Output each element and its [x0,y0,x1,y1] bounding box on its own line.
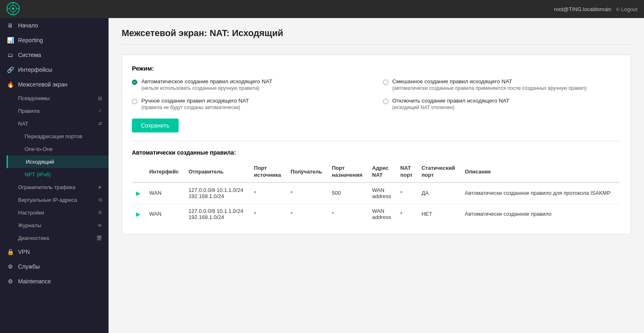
nat-badge: ⇄ [98,121,102,126]
mode-disable-title: Отключить создание правил исходящего NAT [392,98,510,104]
sidebar-item-firewall-label: Межсетевой экран [18,81,68,88]
divider [132,141,621,141]
sidebar-subitem-rules[interactable]: Правила ✓ [0,105,109,117]
dst-port-cell: * [328,203,368,224]
mode-option-hybrid: Смешанное создание правил исходящего NAT… [383,78,621,91]
src-port-cell: * [250,182,287,204]
action-cell[interactable]: ▶ [132,203,145,224]
sidebar-subitem-traffic-shaper[interactable]: Ограничитель трафика ▼ [0,181,109,194]
nat-port-cell: * [396,182,417,204]
sidebar-item-firewall[interactable]: 🔥 Межсетевой экран [0,77,109,92]
reporting-icon: 📊 [7,37,14,43]
firewall-icon: 🔥 [7,81,14,88]
sidebar-subitem-virtual-ips[interactable]: Виртуальные IP-адреса ⧉ [0,194,109,206]
sidebar-item-reporting[interactable]: 📊 Reporting [0,33,109,48]
rules-table: Интерфейс Отправитель Портисточника Полу… [132,162,621,224]
mode-hybrid-subtitle: (автоматически созданные правила применя… [392,85,587,91]
mode-hybrid-text: Смешанное создание правил исходящего NAT… [392,78,587,91]
mode-option-auto: Автоматическое создание правил исходящег… [132,78,370,91]
sidebar-subitem-diagnostics[interactable]: Диагностика 🎬 [0,232,109,244]
mode-manual-title: Ручное создание правил исходящего NAT [141,98,249,104]
outbound-label: Исходящий [26,159,54,165]
mode-label: Режим: [132,65,621,72]
auto-rules-label: Автоматически созданные правила: [132,149,621,156]
th-action [132,162,145,182]
aliases-badge: ▤ [98,96,102,101]
logout-label: Logout [621,6,637,12]
sidebar-subitem-outbound[interactable]: Исходящий [7,155,109,168]
sidebar-subitem-logs[interactable]: Журналы 👁 [0,219,109,232]
th-sender: Отправитель [184,162,250,182]
interfaces-icon: 🔗 [7,66,14,73]
mode-option-manual: Ручное создание правил исходящего NAT (п… [132,98,370,110]
topbar-right: root@TING.localdomain ⎋ Logout [554,6,637,12]
topbar-logo [7,2,20,16]
sidebar-item-system-label: Система [18,52,41,58]
diagnostics-label: Диагностика [18,235,49,241]
svg-point-2 [12,7,14,10]
sidebar-subitem-settings[interactable]: Настройки ⚙ [0,206,109,219]
sidebar-subitem-npt[interactable]: NPT (IPv6) [7,168,109,181]
mode-auto-subtitle: (нельзя использовать созданные вручную п… [141,85,272,91]
sidebar-item-interfaces[interactable]: 🔗 Интерфейсы [0,62,109,77]
recipient-cell: * [286,182,328,204]
sidebar-subitem-port-forward[interactable]: Переадресация портов [7,130,109,143]
play-icon[interactable]: ▶ [136,211,141,217]
mode-disable-radio[interactable] [383,99,388,104]
sidebar-item-vpn[interactable]: 🔒 VPN [0,244,109,259]
system-icon: 🗂 [7,52,14,58]
table-body: ▶WAN127.0.0.0/8 10.1.1.0/24192.168.1.0/2… [132,182,621,224]
sidebar-item-maintenance[interactable]: ⚙ Maintenance [0,274,109,289]
nat-address-cell: WANaddress [368,203,396,224]
mode-auto-title: Автоматическое создание правил исходящег… [141,78,272,84]
sidebar-item-vpn-label: VPN [18,249,30,255]
table-row: ▶WAN127.0.0.0/8 10.1.1.0/24192.168.1.0/2… [132,182,621,204]
home-icon: 🖥 [7,22,14,29]
sidebar-subitem-nat[interactable]: NAT ⇄ [0,117,109,130]
play-icon[interactable]: ▶ [136,190,141,196]
nat-port-cell: * [396,203,417,224]
interface-cell: WAN [145,182,184,204]
action-cell[interactable]: ▶ [132,182,145,204]
page-title: Межсетевой экран: NAT: Исходящий [122,28,631,45]
sidebar: 🖥 Начало 📊 Reporting 🗂 Система 🔗 Интерфе… [0,18,109,333]
sidebar-subitem-one-to-one[interactable]: One-to-One [7,143,109,155]
topbar: root@TING.localdomain ⎋ Logout [0,0,644,18]
sidebar-item-maintenance-label: Maintenance [18,278,51,285]
static-port-cell: ДА [417,182,461,204]
th-recipient: Получатель [286,162,328,182]
traffic-shaper-label: Ограничитель трафика [18,184,75,190]
rules-badge: ✓ [98,108,102,114]
services-icon: ⚙ [7,263,14,270]
mode-auto-text: Автоматическое создание правил исходящег… [141,78,272,91]
topbar-username: root@TING.localdomain [554,6,612,12]
th-nat-address: АдресNAT [368,162,396,182]
logs-badge: 👁 [98,223,102,228]
logout-button[interactable]: ⎋ Logout [616,6,637,12]
mode-manual-radio[interactable] [132,99,137,104]
main-content: Межсетевой экран: NAT: Исходящий Режим: … [109,18,644,333]
th-nat-port: NATпорт [396,162,417,182]
mode-hybrid-radio[interactable] [383,80,388,85]
sidebar-item-services-label: Службы [18,263,40,270]
sidebar-item-home[interactable]: 🖥 Начало [0,18,109,33]
table-row: ▶WAN127.0.0.0/8 10.1.1.0/24192.168.1.0/2… [132,203,621,224]
nat-label: NAT [18,121,28,127]
sidebar-item-interfaces-label: Интерфейсы [18,66,52,73]
sidebar-item-services[interactable]: ⚙ Службы [0,259,109,274]
description-cell: Автоматически созданное правило [461,203,621,224]
mode-manual-subtitle: (правила не будут созданы автоматически) [141,105,249,110]
virtual-ips-badge: ⧉ [99,197,102,203]
save-button[interactable]: Сохранить [132,119,179,132]
traffic-shaper-badge: ▼ [98,185,102,190]
sidebar-group-firewall: 🔥 Межсетевой экран Псевдонимы ▤ Правила … [0,77,109,244]
sidebar-subitem-aliases[interactable]: Псевдонимы ▤ [0,92,109,105]
th-static-port: Статическийпорт [417,162,461,182]
fw-settings-label: Настройки [18,210,44,216]
mode-auto-radio[interactable] [132,80,137,85]
interface-cell: WAN [145,203,184,224]
vpn-icon: 🔒 [7,249,14,255]
th-src-port: Портисточника [250,162,287,182]
port-forward-label: Переадресация портов [25,133,82,139]
sidebar-item-system[interactable]: 🗂 Система [0,48,109,62]
